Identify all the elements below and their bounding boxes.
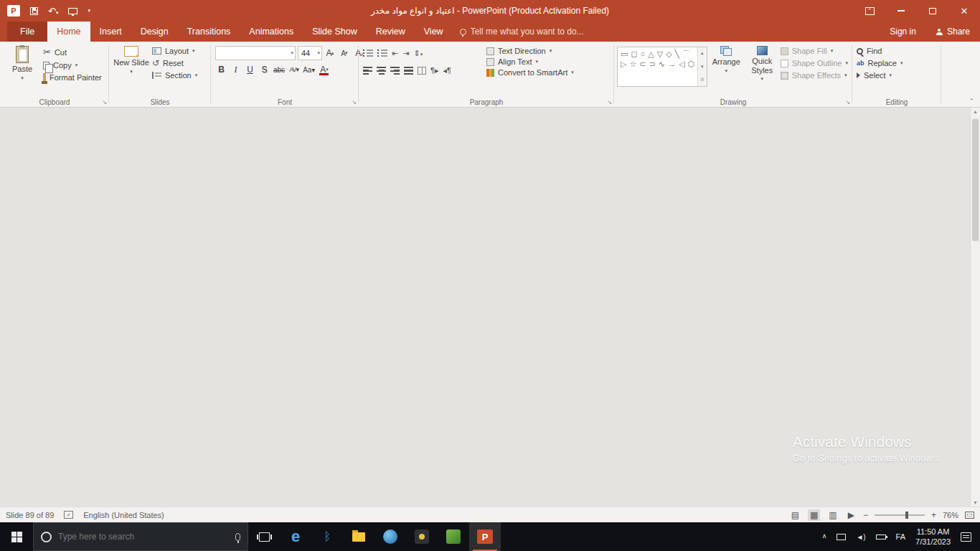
section-button[interactable]: Section▾ (152, 71, 197, 80)
network-tray-button[interactable] (831, 522, 851, 551)
bold-button[interactable]: B (215, 63, 227, 76)
change-case-button[interactable]: Aa▾ (302, 63, 316, 76)
tab-review[interactable]: Review (367, 22, 415, 42)
underline-button[interactable]: U (244, 63, 256, 76)
taskbar-search[interactable] (33, 522, 248, 551)
zoom-percentage[interactable]: 76% (943, 511, 958, 519)
spell-check-icon[interactable]: ✓ (64, 511, 73, 519)
arrange-button[interactable]: Arrange▾ (707, 44, 745, 74)
shape-icon-7[interactable]: ⌒ (682, 50, 690, 59)
new-slide-button[interactable]: New Slide▾ (112, 44, 151, 75)
language-indicator[interactable]: English (United States) (83, 511, 164, 519)
reading-view-button[interactable]: ▥ (826, 509, 839, 521)
shape-icon-13[interactable]: → (668, 60, 676, 69)
undo-button[interactable]: ↶▾ (48, 4, 58, 17)
battery-tray-button[interactable] (871, 522, 891, 551)
clock-tray-button[interactable]: 11:50 AM 7/31/2023 (910, 522, 956, 551)
scrollbar-thumb[interactable] (972, 119, 979, 241)
volume-tray-button[interactable]: ◄) (851, 522, 870, 551)
slide-indicator[interactable]: Slide 89 of 89 (6, 511, 54, 519)
language-tray-button[interactable]: FA (891, 522, 910, 551)
shape-gallery[interactable]: ▲▼☰ ▭◻○△▽◇╲⌒▷☆⊂⊃∿→◁⬡ (617, 47, 707, 87)
scroll-up-arrow-icon[interactable]: ▲ (971, 109, 980, 114)
cut-button[interactable]: ✂Cut (43, 47, 102, 57)
align-center-icon[interactable] (377, 66, 386, 75)
app-dark-button[interactable] (406, 522, 438, 551)
shape-icon-6[interactable]: ╲ (675, 50, 680, 59)
shape-icon-10[interactable]: ⊂ (639, 60, 646, 69)
customize-qat-icon[interactable]: ▾ (88, 8, 90, 14)
search-input[interactable] (58, 532, 229, 542)
select-button[interactable]: Select▾ (857, 71, 903, 80)
app-green-button[interactable] (438, 522, 469, 551)
increase-indent-icon[interactable]: ⇥ (402, 49, 409, 58)
ribbon-display-options-button[interactable] (854, 0, 885, 22)
shape-icon-2[interactable]: ○ (641, 50, 646, 59)
bullets-icon[interactable] (363, 49, 373, 57)
replace-button[interactable]: abReplace▾ (857, 59, 903, 67)
collapse-ribbon-icon[interactable]: ⌃ (969, 98, 974, 105)
zoom-slider[interactable] (875, 514, 925, 516)
tab-transitions[interactable]: Transitions (178, 22, 240, 42)
align-text-button[interactable]: Align Text▾ (486, 57, 574, 66)
maximize-button[interactable] (917, 0, 948, 22)
text-direction-button[interactable]: Text Direction▾ (486, 47, 574, 55)
shrink-font-button[interactable]: A▼ (339, 47, 351, 60)
tell-me-box[interactable]: Tell me what you want to do... (453, 22, 591, 42)
tray-expand-chevron-icon[interactable]: ∧ (817, 522, 832, 551)
shape-fill-button[interactable]: Shape Fill▾ (781, 47, 848, 55)
decrease-indent-icon[interactable]: ⇤ (392, 49, 398, 58)
paste-button[interactable]: Paste▾ (3, 44, 42, 81)
shape-outline-button[interactable]: Shape Outline▾ (781, 59, 848, 67)
columns-icon[interactable] (418, 67, 426, 75)
shape-icon-15[interactable]: ⬡ (687, 60, 694, 69)
share-button[interactable]: Share (926, 27, 980, 37)
tab-insert[interactable]: Insert (90, 22, 131, 42)
sign-in-button[interactable]: Sign in (880, 27, 926, 37)
start-slideshow-icon[interactable] (68, 8, 77, 14)
powerpoint-taskbar-button[interactable]: P (469, 522, 501, 551)
align-right-icon[interactable] (390, 66, 400, 75)
zoom-out-button[interactable]: − (863, 510, 868, 520)
font-name-combo[interactable]: ▾ (215, 46, 296, 60)
align-left-icon[interactable] (363, 66, 372, 75)
shape-icon-1[interactable]: ◻ (631, 50, 637, 59)
shape-icon-8[interactable]: ▷ (621, 60, 626, 69)
italic-button[interactable]: I (230, 63, 242, 76)
zoom-in-button[interactable]: + (931, 510, 936, 520)
numbering-icon[interactable] (377, 49, 387, 57)
shape-gallery-scrollbar[interactable]: ▲▼☰ (697, 47, 707, 86)
text-shadow-button[interactable]: S (258, 63, 270, 76)
grow-font-button[interactable]: A▲ (324, 47, 336, 60)
font-size-combo[interactable]: 44▾ (298, 46, 322, 60)
drawing-dialog-launcher[interactable]: ↘ (845, 100, 850, 105)
strikethrough-button[interactable]: abc (273, 63, 286, 76)
justify-icon[interactable] (404, 66, 413, 75)
tab-file[interactable]: File (7, 22, 47, 42)
action-center-button[interactable] (956, 522, 976, 551)
right-to-left-icon[interactable]: ◂¶ (443, 66, 451, 75)
tab-view[interactable]: View (415, 22, 453, 42)
zoom-slider-thumb[interactable] (905, 512, 908, 519)
shape-icon-5[interactable]: ◇ (666, 50, 672, 59)
format-painter-button[interactable]: Format Painter (43, 73, 102, 82)
left-to-right-icon[interactable]: ¶▸ (430, 66, 438, 75)
line-spacing-icon[interactable]: ⇕▾ (413, 49, 423, 58)
task-view-button[interactable] (248, 522, 280, 551)
tab-home[interactable]: Home (47, 22, 90, 42)
file-explorer-button[interactable] (343, 522, 374, 551)
microphone-icon[interactable] (235, 533, 240, 541)
start-button[interactable] (0, 522, 33, 551)
reset-button[interactable]: ↺Reset (152, 59, 197, 67)
bluetooth-button[interactable]: ᛒ (311, 522, 343, 551)
normal-view-button[interactable]: ▤ (789, 509, 801, 521)
app-blue-button[interactable] (374, 522, 406, 551)
close-button[interactable]: ✕ (948, 0, 980, 22)
vertical-scrollbar[interactable]: ▲ ▼ (970, 108, 980, 507)
minimize-button[interactable] (885, 0, 917, 22)
shape-icon-3[interactable]: △ (648, 50, 654, 59)
shape-effects-button[interactable]: Shape Effects▾ (781, 71, 848, 80)
save-icon[interactable] (30, 7, 38, 15)
layout-button[interactable]: Layout▾ (152, 47, 197, 55)
tab-slideshow[interactable]: Slide Show (303, 22, 367, 42)
